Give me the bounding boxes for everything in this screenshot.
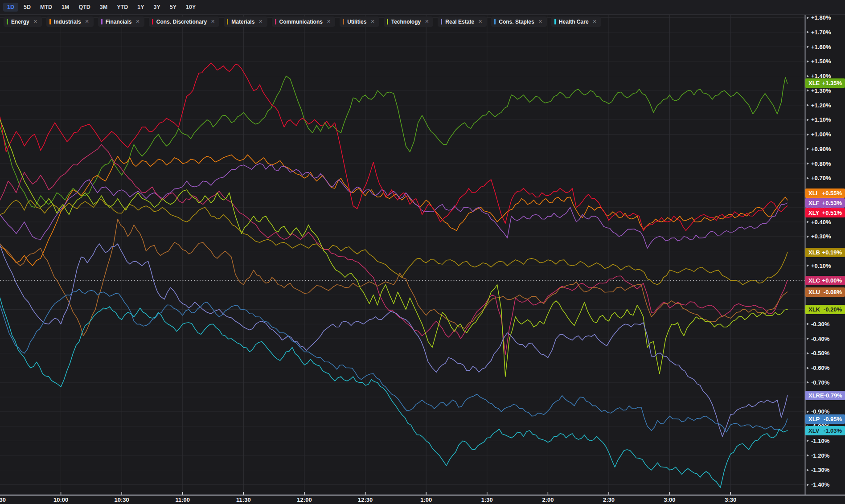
x-axis-label: 10:00: [48, 496, 74, 503]
close-icon[interactable]: ✕: [593, 19, 597, 25]
close-icon[interactable]: ✕: [478, 19, 482, 25]
x-axis-label: 9:30: [0, 496, 13, 503]
sector-chip-financials[interactable]: Financials✕: [98, 16, 144, 27]
close-icon[interactable]: ✕: [33, 19, 37, 25]
y-axis-label: -0.30%: [807, 320, 845, 328]
tick-arrow-icon: [807, 119, 809, 121]
sector-chips-row: Energy✕Industrials✕Financials✕Cons. Disc…: [4, 16, 601, 27]
tick-arrow-icon: [807, 235, 809, 238]
x-axis-label: 12:30: [352, 496, 379, 503]
price-badge-xlp: XLP-0.95%: [805, 414, 845, 424]
close-icon[interactable]: ✕: [258, 19, 263, 25]
sector-chip-label: Technology: [391, 19, 421, 25]
timeframe-toolbar: 1D5DMTD1MQTD3MYTD1Y3Y5Y10Y: [0, 0, 845, 15]
tick-arrow-icon: [807, 31, 809, 33]
close-icon[interactable]: ✕: [425, 19, 429, 25]
series-line-xlf: [0, 164, 788, 248]
sector-chip-label: Communications: [279, 19, 323, 25]
sector-chip-communications[interactable]: Communications✕: [272, 16, 336, 27]
y-axis-label: -0.60%: [807, 364, 845, 372]
sector-color-bar: [227, 19, 228, 25]
tick-arrow-icon: [807, 264, 809, 267]
y-axis-label: -0.70%: [807, 378, 845, 386]
sector-color-bar: [7, 19, 8, 25]
series-line-xly: [0, 63, 788, 231]
price-badge-xlc: XLC+0.00%: [805, 276, 845, 285]
series-line-xlv: [0, 298, 788, 488]
x-axis-label: 11:00: [169, 496, 196, 503]
y-axis-label: +0.10%: [807, 262, 845, 270]
sector-chip-label: Materials: [231, 19, 254, 25]
price-badge-xlre: XLRE-0.79%: [805, 391, 845, 400]
x-axis-label: 11:30: [230, 496, 257, 503]
sector-chip-utilities[interactable]: Utilities✕: [340, 16, 379, 27]
sector-color-bar: [343, 19, 344, 25]
close-icon[interactable]: ✕: [538, 19, 542, 25]
sector-chip-cons-staples[interactable]: Cons. Staples✕: [491, 16, 547, 27]
range-button-3y[interactable]: 3Y: [149, 3, 164, 12]
tick-arrow-icon: [807, 410, 809, 413]
range-button-5d[interactable]: 5D: [20, 3, 35, 12]
range-button-ytd[interactable]: YTD: [113, 3, 132, 12]
tick-arrow-icon: [807, 162, 809, 165]
y-axis-label: +0.70%: [807, 174, 845, 182]
series-line-xlk: [0, 120, 788, 377]
sector-chip-technology[interactable]: Technology✕: [384, 16, 434, 27]
close-icon[interactable]: ✕: [211, 19, 215, 25]
tick-arrow-icon: [807, 439, 809, 442]
range-button-10y[interactable]: 10Y: [182, 3, 200, 12]
sector-chip-real-estate[interactable]: Real Estate✕: [438, 16, 487, 27]
sector-chip-energy[interactable]: Energy✕: [4, 16, 42, 27]
range-button-1y[interactable]: 1Y: [133, 3, 148, 12]
x-axis-label: 2:00: [534, 496, 561, 503]
tick-arrow-icon: [807, 454, 809, 457]
close-icon[interactable]: ✕: [85, 19, 89, 25]
tick-arrow-icon: [807, 221, 809, 223]
range-button-qtd[interactable]: QTD: [74, 3, 94, 12]
sector-color-bar: [152, 19, 153, 25]
close-icon[interactable]: ✕: [327, 19, 331, 25]
sector-color-bar: [49, 19, 51, 25]
tick-arrow-icon: [807, 381, 809, 384]
tick-arrow-icon: [807, 60, 809, 63]
range-button-5y[interactable]: 5Y: [166, 3, 180, 12]
sector-chip-materials[interactable]: Materials✕: [224, 16, 267, 27]
sector-performance-chart-app: 1D5DMTD1MQTD3MYTD1Y3Y5Y10Y Energy✕Indust…: [0, 0, 845, 504]
y-axis-label: -1.10%: [807, 437, 845, 445]
sector-chip-label: Energy: [11, 19, 29, 25]
range-button-3m[interactable]: 3M: [96, 3, 111, 12]
y-axis-label: -1.40%: [807, 481, 845, 489]
y-axis-label: +1.70%: [807, 28, 845, 36]
price-badge-xlb: XLB+0.19%: [805, 248, 845, 257]
tick-arrow-icon: [807, 177, 809, 180]
tick-arrow-icon: [807, 75, 809, 78]
y-axis-label: -0.50%: [807, 349, 845, 357]
tick-arrow-icon: [807, 16, 809, 19]
range-button-mtd[interactable]: MTD: [36, 3, 56, 12]
y-axis-label: +1.60%: [807, 43, 845, 51]
x-axis-label: 2:30: [595, 496, 622, 503]
series-line-xlre: [0, 244, 788, 436]
sector-color-bar: [101, 19, 103, 25]
price-badge-xlv: XLV-1.03%: [805, 426, 845, 435]
y-axis-label: +0.30%: [807, 233, 845, 241]
sector-chip-industrials[interactable]: Industrials✕: [46, 16, 94, 27]
sector-chip-label: Health Care: [559, 19, 589, 25]
sector-chip-label: Real Estate: [445, 19, 474, 25]
x-axis-label: 3:30: [717, 496, 744, 503]
price-badge-xly: XLY+0.51%: [805, 208, 845, 217]
range-button-1d[interactable]: 1D: [3, 3, 18, 12]
chart-plot-area[interactable]: [0, 0, 845, 504]
sector-color-bar: [494, 19, 496, 25]
sector-chip-health-care[interactable]: Health Care✕: [551, 16, 601, 27]
range-button-1m[interactable]: 1M: [57, 3, 73, 12]
tick-arrow-icon: [807, 104, 809, 107]
close-icon[interactable]: ✕: [136, 19, 140, 25]
price-badge-xle: XLE+1.35%: [805, 78, 845, 88]
tick-arrow-icon: [807, 148, 809, 150]
sector-chip-cons-discretionary[interactable]: Cons. Discretionary✕: [149, 16, 220, 27]
sector-color-bar: [554, 19, 556, 25]
close-icon[interactable]: ✕: [370, 19, 374, 25]
tick-arrow-icon: [807, 133, 809, 136]
tick-arrow-icon: [807, 352, 809, 355]
